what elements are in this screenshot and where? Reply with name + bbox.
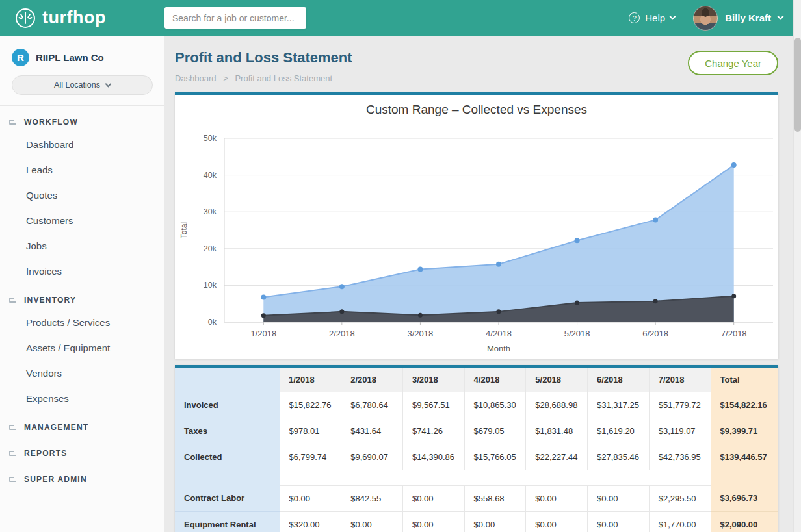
breadcrumb-dashboard[interactable]: Dashboard bbox=[175, 73, 217, 83]
column-header: 5/2018 bbox=[526, 368, 588, 392]
y-axis-label: Total bbox=[179, 222, 189, 238]
table-cell: $558.68 bbox=[464, 485, 526, 511]
sidebar-item-quotes[interactable]: Quotes bbox=[0, 183, 164, 208]
table-row: Contract Labor$0.00$842.55$0.00$558.68$0… bbox=[175, 485, 778, 511]
table-cell: $31,317.25 bbox=[588, 392, 650, 418]
series-area-collected bbox=[263, 165, 733, 322]
company-badge: R bbox=[12, 49, 29, 66]
page-title: Profit and Loss Statement bbox=[175, 49, 352, 66]
user-menu[interactable]: Billy Kraft bbox=[693, 6, 783, 31]
data-point-expenses[interactable] bbox=[731, 294, 736, 298]
y-tick-label: 30k bbox=[204, 207, 217, 216]
sidebar-item-vendors[interactable]: Vendors bbox=[0, 361, 164, 386]
sidebar-section-management[interactable]: MANAGEMENT bbox=[0, 411, 164, 437]
tree-icon bbox=[9, 296, 18, 304]
sidebar-item-invoices[interactable]: Invoices bbox=[0, 259, 164, 284]
table-cell: $0.00 bbox=[526, 511, 588, 532]
row-total: $2,090.00 bbox=[711, 511, 778, 532]
breadcrumb-separator: > bbox=[223, 73, 228, 83]
y-tick-label: 0k bbox=[208, 318, 217, 327]
pl-chart: 0k10k20k30k40k50k1/20182/20183/20184/201… bbox=[175, 117, 778, 359]
table-cell: $978.01 bbox=[280, 418, 341, 444]
table-cell: $3,119.07 bbox=[649, 418, 711, 444]
column-header: 1/2018 bbox=[280, 368, 341, 392]
data-point-collected[interactable] bbox=[731, 162, 737, 168]
column-header: 3/2018 bbox=[402, 368, 464, 392]
table-separator-row bbox=[175, 470, 778, 485]
data-point-expenses[interactable] bbox=[497, 309, 501, 314]
sidebar-item-jobs[interactable]: Jobs bbox=[0, 233, 164, 259]
table-cell: $0.00 bbox=[588, 485, 650, 511]
table-cell: $0.00 bbox=[588, 511, 650, 532]
table-cell: $22,227.44 bbox=[526, 444, 588, 470]
company-name: RIIPL Lawn Co bbox=[36, 52, 104, 63]
data-point-collected[interactable] bbox=[496, 262, 501, 267]
tree-icon bbox=[9, 118, 18, 126]
table-cell: $1,770.00 bbox=[649, 511, 711, 532]
sidebar-section-super-admin[interactable]: SUPER ADMIN bbox=[0, 463, 164, 489]
data-point-collected[interactable] bbox=[653, 217, 658, 222]
chart-card: Custom Range – Collected vs Expenses 0k1… bbox=[175, 92, 778, 359]
tree-icon bbox=[9, 475, 18, 483]
x-tick-label: 6/2018 bbox=[642, 329, 668, 338]
topbar: turfhop ? Help Billy Kraft bbox=[0, 0, 801, 36]
table-cell: $0.00 bbox=[280, 485, 341, 511]
sidebar-section-inventory[interactable]: INVENTORY bbox=[0, 284, 164, 310]
scrollbar-thumb[interactable] bbox=[794, 38, 801, 132]
y-tick-label: 20k bbox=[204, 244, 217, 253]
table-cell: $0.00 bbox=[402, 485, 464, 511]
sidebar-item-customers[interactable]: Customers bbox=[0, 208, 164, 233]
chevron-down-icon bbox=[105, 81, 111, 87]
x-tick-label: 4/2018 bbox=[486, 329, 512, 338]
sidebar-item-leads[interactable]: Leads bbox=[0, 157, 164, 183]
table-cell: $2,295.50 bbox=[649, 485, 711, 511]
column-header: 6/2018 bbox=[588, 368, 650, 392]
sidebar-section-label: WORKFLOW bbox=[24, 118, 78, 127]
row-label: Equipment Rental bbox=[175, 511, 280, 532]
row-label: Contract Labor bbox=[175, 485, 280, 511]
page-header: Profit and Loss Statement Dashboard > Pr… bbox=[175, 45, 778, 83]
data-point-collected[interactable] bbox=[575, 238, 580, 243]
data-point-collected[interactable] bbox=[261, 295, 266, 300]
table-cell: $15,766.05 bbox=[464, 444, 526, 470]
row-total: $3,696.73 bbox=[711, 485, 778, 511]
x-tick-label: 2/2018 bbox=[329, 329, 355, 338]
page-scrollbar[interactable] bbox=[793, 0, 801, 532]
table-cell: $14,390.86 bbox=[402, 444, 464, 470]
table-cell: $6,799.74 bbox=[280, 444, 341, 470]
location-filter-label: All Locations bbox=[54, 81, 100, 90]
table-row: Invoiced$15,822.76$6,780.64$9,567.51$10,… bbox=[175, 392, 778, 418]
data-point-expenses[interactable] bbox=[339, 309, 344, 314]
breadcrumb-current: Profit and Loss Statement bbox=[235, 73, 332, 83]
turfhop-logo[interactable]: turfhop bbox=[14, 7, 164, 29]
location-filter[interactable]: All Locations bbox=[12, 75, 153, 95]
row-label: Taxes bbox=[175, 418, 280, 444]
breadcrumb: Dashboard > Profit and Loss Statement bbox=[175, 73, 352, 83]
sidebar-item-assets-equipment[interactable]: Assets / Equipment bbox=[0, 335, 164, 361]
sidebar-section-workflow[interactable]: WORKFLOW bbox=[0, 106, 164, 132]
table-row: Collected$6,799.74$9,690.07$14,390.86$15… bbox=[175, 444, 778, 470]
sidebar-item-dashboard[interactable]: Dashboard bbox=[0, 132, 164, 157]
search-input[interactable] bbox=[164, 7, 306, 29]
data-point-expenses[interactable] bbox=[575, 301, 579, 305]
table-cell: $679.05 bbox=[464, 418, 526, 444]
data-point-expenses[interactable] bbox=[653, 299, 658, 303]
avatar bbox=[693, 6, 718, 31]
x-tick-label: 7/2018 bbox=[721, 329, 747, 338]
help-menu[interactable]: ? Help bbox=[629, 12, 675, 23]
tree-icon bbox=[9, 424, 18, 431]
tree-icon bbox=[9, 450, 18, 457]
data-point-collected[interactable] bbox=[339, 284, 345, 289]
table-cell: $741.26 bbox=[402, 418, 464, 444]
sidebar-section-label: SUPER ADMIN bbox=[24, 475, 87, 484]
data-point-collected[interactable] bbox=[417, 267, 423, 272]
table-cell: $0.00 bbox=[341, 511, 403, 532]
change-year-button[interactable]: Change Year bbox=[688, 51, 778, 75]
data-point-expenses[interactable] bbox=[418, 313, 423, 318]
column-header: 2/2018 bbox=[341, 368, 403, 392]
sidebar-section-label: REPORTS bbox=[24, 449, 67, 458]
sidebar-section-reports[interactable]: REPORTS bbox=[0, 437, 164, 463]
data-point-expenses[interactable] bbox=[261, 313, 266, 318]
sidebar-item-expenses[interactable]: Expenses bbox=[0, 386, 164, 411]
sidebar-item-products-services[interactable]: Products / Services bbox=[0, 310, 164, 335]
